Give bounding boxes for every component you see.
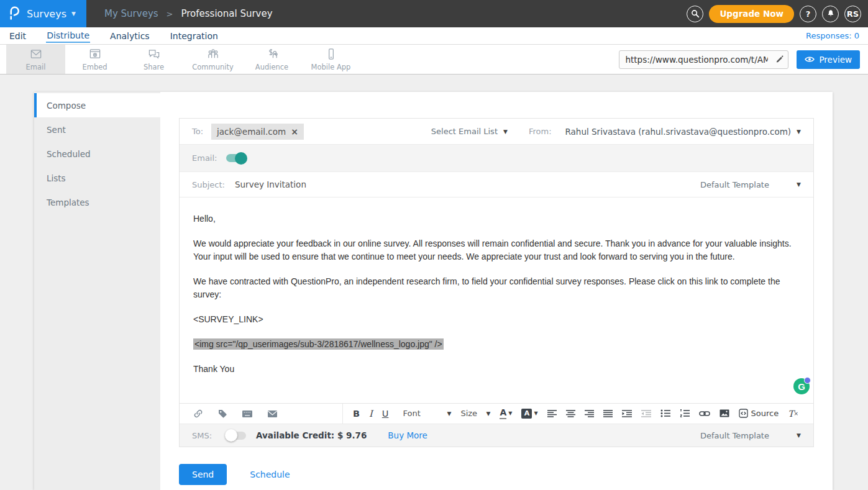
channel-tab-embed[interactable]: Embed xyxy=(65,45,124,74)
insert-survey-link-button[interactable] xyxy=(193,409,203,419)
channel-tab-community[interactable]: Community xyxy=(183,45,242,74)
channel-tab-label: Email xyxy=(26,63,46,71)
share-bubbles-icon xyxy=(146,48,162,61)
size-label: Size xyxy=(460,409,477,418)
numbered-list-icon xyxy=(680,409,690,417)
subject-row: Subject: Survey Invitation Default Templ… xyxy=(180,172,813,197)
to-label: To: xyxy=(192,127,203,136)
italic-button[interactable]: I xyxy=(369,409,373,419)
justify-icon xyxy=(603,410,613,417)
sidebar-item-label: Templates xyxy=(47,197,89,207)
breadcrumb-separator: > xyxy=(167,9,173,19)
channel-tab-label: Community xyxy=(192,63,234,71)
underline-button[interactable]: U xyxy=(382,409,389,419)
align-center-icon xyxy=(566,410,575,417)
from-sender-dropdown[interactable]: Rahul Srivastava (rahul.srivastava@quest… xyxy=(565,127,801,137)
preview-label: Preview xyxy=(819,55,852,65)
channel-tab-label: Mobile App xyxy=(311,63,351,71)
chevron-down-icon: ▼ xyxy=(487,411,491,417)
email-body-editor[interactable]: Hello, We would appreciate your feedback… xyxy=(180,197,813,403)
chevron-down-icon: ▼ xyxy=(797,129,801,135)
sms-toggle-label: SMS: xyxy=(192,431,226,440)
email-toggle-row: Email: xyxy=(180,145,813,172)
edit-url-button[interactable] xyxy=(770,55,788,63)
sidebar-item-scheduled[interactable]: Scheduled xyxy=(34,142,160,166)
send-button[interactable]: Send xyxy=(179,464,227,485)
sidebar-item-templates[interactable]: Templates xyxy=(34,190,160,214)
email-toggle[interactable] xyxy=(226,154,246,162)
insert-keyboard-button[interactable] xyxy=(242,410,253,418)
preview-button[interactable]: Preview xyxy=(797,50,860,69)
chain-link-icon xyxy=(699,411,710,417)
sidebar-item-lists[interactable]: Lists xyxy=(34,166,160,190)
tab-analytics[interactable]: Analytics xyxy=(109,30,150,42)
breadcrumb-my-surveys[interactable]: My Surveys xyxy=(104,8,158,19)
upgrade-now-button[interactable]: Upgrade Now xyxy=(709,5,794,23)
channel-tab-email[interactable]: Email xyxy=(6,45,65,74)
from-label: From: xyxy=(529,127,552,136)
search-icon xyxy=(691,9,700,18)
sidebar-item-sent[interactable]: Sent xyxy=(34,117,160,142)
embed-window-icon xyxy=(87,48,103,61)
numbered-list-button[interactable] xyxy=(680,409,690,417)
align-center-button[interactable] xyxy=(566,410,575,417)
indent-button[interactable] xyxy=(622,410,632,417)
envelope-icon xyxy=(267,410,278,418)
justify-button[interactable] xyxy=(603,410,613,417)
template-label: Default Template xyxy=(700,180,769,189)
insert-email-footer-button[interactable] xyxy=(267,410,278,418)
source-button[interactable]: Source xyxy=(739,409,779,418)
product-switcher[interactable]: Surveys ▼ xyxy=(0,0,86,27)
recipient-chip[interactable]: jack@email.com × xyxy=(211,124,304,140)
body-paragraph: Hello, xyxy=(193,212,800,225)
questionpro-logo-icon xyxy=(8,6,20,22)
background-color-button[interactable]: A ▼ xyxy=(521,409,537,419)
tab-integration[interactable]: Integration xyxy=(170,30,219,42)
survey-url-input[interactable] xyxy=(619,55,770,65)
insert-image-button[interactable] xyxy=(720,409,729,417)
responses-count[interactable]: Responses: 0 xyxy=(806,31,859,40)
buy-more-link[interactable]: Buy More xyxy=(388,430,427,440)
text-color-button[interactable]: A ▼ xyxy=(500,408,512,419)
tab-edit[interactable]: Edit xyxy=(9,30,27,42)
toolbar-right: Preview xyxy=(619,45,868,74)
schedule-link[interactable]: Schedule xyxy=(250,470,290,479)
chevron-down-icon: ▼ xyxy=(797,432,801,438)
sms-toggle[interactable] xyxy=(226,432,246,440)
product-name: Surveys xyxy=(27,8,66,20)
bulleted-list-button[interactable] xyxy=(660,409,670,417)
channel-tab-label: Audience xyxy=(255,63,288,71)
sms-template-dropdown[interactable]: Default Template ▼ xyxy=(700,431,801,440)
channel-tab-audience[interactable]: Audience xyxy=(242,45,301,74)
align-right-button[interactable] xyxy=(585,410,594,417)
select-email-list-label: Select Email List xyxy=(431,127,498,136)
question-mark-icon: ? xyxy=(806,9,811,19)
template-label: Default Template xyxy=(700,431,769,440)
outdent-button[interactable] xyxy=(641,410,651,417)
notifications-button[interactable] xyxy=(822,6,839,22)
app-header: Surveys ▼ My Surveys > Professional Surv… xyxy=(0,0,868,27)
font-family-dropdown[interactable]: Font ▼ xyxy=(403,409,451,418)
channel-tab-mobile-app[interactable]: Mobile App xyxy=(301,45,360,74)
remove-recipient-icon[interactable]: × xyxy=(291,127,298,136)
compose-form: To: jack@email.com × Select Email List ▼… xyxy=(179,118,814,447)
font-size-dropdown[interactable]: Size ▼ xyxy=(460,409,490,418)
select-email-list-dropdown[interactable]: Select Email List ▼ xyxy=(431,127,508,136)
email-template-dropdown[interactable]: Default Template ▼ xyxy=(700,180,801,189)
help-button[interactable]: ? xyxy=(800,6,816,22)
body-paragraph: We would appreciate your feedback in our… xyxy=(193,237,800,263)
sidebar-item-compose[interactable]: Compose xyxy=(34,93,160,117)
insert-link-button[interactable] xyxy=(699,411,710,417)
bold-button[interactable]: B xyxy=(353,409,360,419)
tab-distribute[interactable]: Distribute xyxy=(46,29,90,43)
insert-tag-button[interactable] xyxy=(217,409,227,419)
align-left-button[interactable] xyxy=(547,410,557,417)
search-button[interactable] xyxy=(687,6,703,22)
subject-value[interactable]: Survey Invitation xyxy=(235,179,306,189)
channel-tab-share[interactable]: Share xyxy=(124,45,183,74)
remove-format-button[interactable]: T× xyxy=(788,409,798,419)
chevron-down-icon: ▼ xyxy=(534,411,537,416)
avatar[interactable]: RS xyxy=(844,6,861,22)
sidebar-item-label: Lists xyxy=(47,173,66,183)
grammarly-button[interactable]: G xyxy=(793,378,810,394)
